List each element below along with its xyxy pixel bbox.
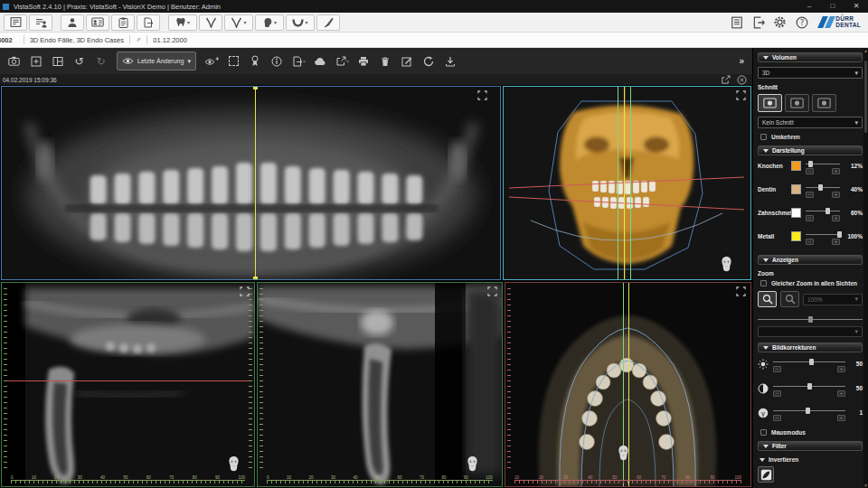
certify-button[interactable] bbox=[246, 52, 265, 70]
section-header-bildkorrekturen[interactable]: Bildkorrekturen bbox=[758, 343, 863, 352]
settings-button[interactable] bbox=[773, 15, 787, 29]
cloud-button[interactable] bbox=[311, 52, 330, 70]
logout-button[interactable] bbox=[751, 15, 765, 29]
slice-mode-button-3[interactable] bbox=[812, 94, 836, 112]
layer-opacity-slider[interactable] bbox=[806, 207, 840, 214]
fullscreen-icon[interactable] bbox=[477, 90, 487, 100]
help-button[interactable] bbox=[795, 15, 808, 29]
cross-section-view-panel-2[interactable]: 0102030405060708090100 bbox=[257, 282, 503, 487]
patient-list-button[interactable] bbox=[29, 14, 52, 31]
increment-button[interactable]: + bbox=[832, 168, 840, 174]
rotate-button[interactable] bbox=[420, 52, 439, 70]
slider-thumb[interactable] bbox=[806, 408, 810, 414]
tooth-acquisition-button[interactable]: ▾ bbox=[168, 14, 197, 31]
increment-button[interactable]: + bbox=[832, 239, 840, 245]
decrement-button[interactable]: − bbox=[773, 366, 781, 372]
cursor-handle[interactable] bbox=[253, 277, 258, 279]
undo-button[interactable]: ↺ bbox=[70, 52, 89, 70]
same-zoom-checkbox[interactable] bbox=[760, 280, 767, 286]
pano-slice-cursor[interactable] bbox=[255, 87, 256, 279]
slider-thumb[interactable] bbox=[807, 383, 812, 389]
decrement-button[interactable]: − bbox=[806, 215, 814, 221]
slider-thumb[interactable] bbox=[808, 316, 813, 323]
layout-button[interactable] bbox=[48, 52, 67, 70]
section-header-anzeigen[interactable]: Anzeigen bbox=[758, 255, 863, 265]
sidebar-scrollbar[interactable]: ▲ ▼ bbox=[863, 48, 868, 488]
probe-button[interactable] bbox=[316, 14, 340, 31]
fullscreen-icon[interactable] bbox=[240, 286, 250, 296]
patient-card-button[interactable] bbox=[86, 14, 109, 31]
slider-thumb[interactable] bbox=[808, 161, 813, 167]
export-view-icon[interactable] bbox=[721, 75, 731, 85]
minimize-button[interactable]: – bbox=[797, 0, 821, 13]
panorama-button[interactable]: ▾ bbox=[286, 14, 315, 31]
maximize-button[interactable]: □ bbox=[821, 0, 844, 13]
layer-color-swatch[interactable] bbox=[791, 184, 801, 194]
slice-mode-button-2[interactable] bbox=[785, 94, 809, 112]
protocol-button[interactable] bbox=[730, 15, 743, 29]
decrement-button[interactable]: − bbox=[806, 239, 814, 245]
patient-button[interactable] bbox=[61, 14, 84, 31]
worklist-button[interactable] bbox=[4, 14, 27, 31]
panoramic-view-panel[interactable] bbox=[1, 86, 501, 280]
cursor-handle[interactable] bbox=[253, 87, 258, 89]
report-export-button[interactable]: ▾ bbox=[289, 52, 308, 70]
decrement-button[interactable]: − bbox=[806, 192, 814, 198]
add-view-button[interactable] bbox=[26, 52, 45, 70]
close-exam-icon[interactable] bbox=[737, 75, 747, 85]
toolbar-overflow-button[interactable]: » bbox=[739, 56, 748, 66]
export-button[interactable]: ▾ bbox=[333, 52, 352, 70]
scroll-down-icon[interactable]: ▼ bbox=[863, 483, 868, 488]
slider-thumb[interactable] bbox=[809, 359, 814, 365]
increment-button[interactable]: + bbox=[837, 415, 845, 421]
patient-name[interactable]: 3D Endo Fälle, 3D Endo Cases bbox=[30, 36, 124, 44]
print-button[interactable] bbox=[354, 52, 373, 70]
slider-thumb[interactable] bbox=[837, 231, 842, 238]
clipboard-button[interactable] bbox=[111, 14, 135, 31]
axial-plane-line[interactable] bbox=[7, 380, 249, 381]
layer-color-swatch[interactable] bbox=[791, 208, 801, 218]
decrement-button[interactable]: − bbox=[773, 390, 781, 397]
invertieren-header[interactable]: Invertieren bbox=[758, 456, 863, 463]
snapshot-button[interactable] bbox=[5, 52, 24, 70]
zoom-slider[interactable] bbox=[758, 315, 863, 323]
ceph-button[interactable]: ▾ bbox=[255, 14, 284, 31]
close-button[interactable]: ✕ bbox=[844, 0, 868, 13]
volume-3d-panel[interactable] bbox=[503, 86, 751, 280]
redo-button[interactable]: ↻ bbox=[91, 52, 110, 70]
fullscreen-icon[interactable] bbox=[736, 286, 746, 296]
slice-mode-button-1[interactable] bbox=[758, 94, 782, 112]
brightness-slider[interactable] bbox=[773, 358, 845, 365]
slice-type-dropdown[interactable]: Kein Schnitt ▾ bbox=[758, 117, 863, 128]
umkehren-checkbox[interactable] bbox=[760, 134, 767, 140]
section-header-darstellung[interactable]: Darstellung bbox=[758, 145, 863, 155]
contrast-slider[interactable] bbox=[773, 382, 845, 389]
zoom-level-dropdown[interactable]: 100% ▾ bbox=[803, 294, 863, 305]
slider-thumb[interactable] bbox=[826, 208, 830, 214]
decrement-button[interactable]: − bbox=[806, 168, 814, 174]
info-button[interactable] bbox=[268, 52, 287, 70]
show-annotations-button[interactable] bbox=[203, 52, 222, 70]
select-region-button[interactable] bbox=[224, 52, 243, 70]
layer-opacity-slider[interactable] bbox=[806, 230, 840, 238]
intraoral-menu-button[interactable]: ▾ bbox=[224, 14, 253, 31]
section-header-volumen[interactable]: Volumen bbox=[758, 52, 863, 62]
zoom-preset-dropdown[interactable]: ▾ bbox=[758, 326, 863, 337]
fullscreen-icon[interactable] bbox=[736, 90, 746, 100]
zoom-in-button[interactable] bbox=[758, 291, 777, 307]
layer-opacity-slider[interactable] bbox=[806, 160, 840, 167]
delete-button[interactable] bbox=[376, 52, 395, 70]
cross-section-view-panel-1[interactable]: 0102030405060708090100 bbox=[1, 282, 255, 487]
decrement-button[interactable]: − bbox=[773, 415, 781, 421]
layer-color-swatch[interactable] bbox=[791, 231, 801, 241]
intraoral-button[interactable] bbox=[199, 14, 222, 31]
scrollbar-thumb[interactable] bbox=[864, 61, 867, 133]
increment-button[interactable]: + bbox=[832, 215, 840, 221]
document-export-button[interactable] bbox=[137, 14, 160, 31]
layer-color-swatch[interactable] bbox=[791, 161, 801, 171]
edit-image-button[interactable] bbox=[398, 52, 417, 70]
gamma-slider[interactable] bbox=[773, 407, 845, 414]
invert-filter-button[interactable] bbox=[758, 466, 774, 483]
increment-button[interactable]: + bbox=[837, 366, 845, 372]
zoom-out-button[interactable] bbox=[780, 291, 799, 307]
